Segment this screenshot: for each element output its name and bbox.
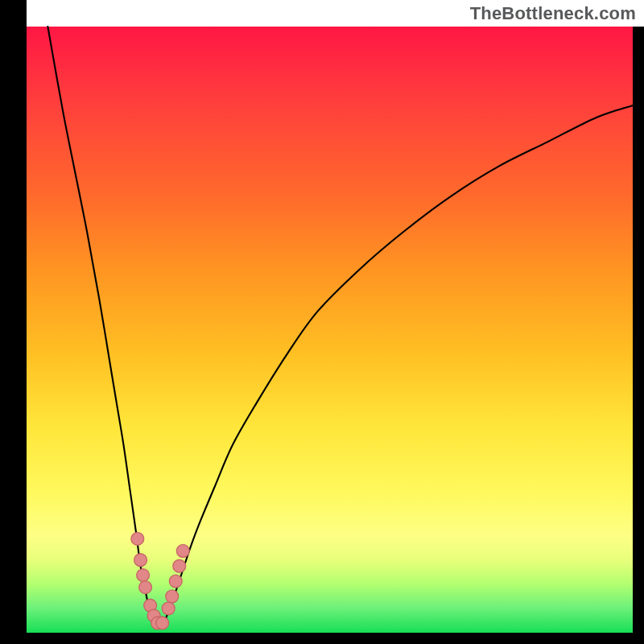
attribution-label: TheBottleneck.com [470,3,636,24]
trough-dot [131,532,144,545]
curve-layer [27,27,633,633]
trough-dot [173,559,186,572]
curve-right [160,105,633,627]
trough-dots [131,532,189,629]
trough-dot [166,590,179,603]
trough-dot [156,617,169,630]
chart-frame: TheBottleneck.com [0,0,644,644]
trough-dot [139,581,152,594]
trough-dot [134,554,147,567]
trough-dot [176,544,189,557]
trough-dot [137,569,150,582]
trough-dot [162,602,175,615]
trough-dot [169,575,182,588]
